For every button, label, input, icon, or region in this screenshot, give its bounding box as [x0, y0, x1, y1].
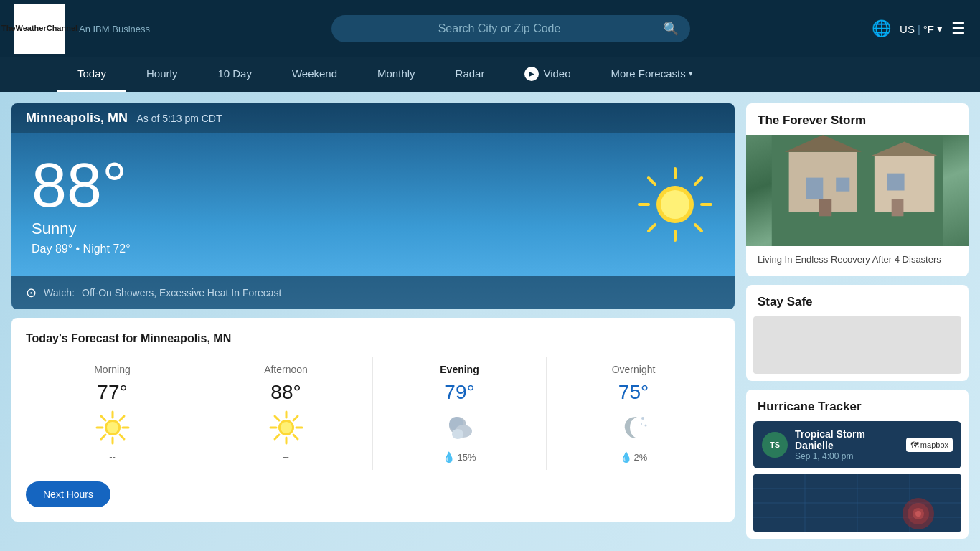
svg-point-36 — [641, 423, 642, 425]
play-icon: ▶ — [524, 67, 539, 81]
svg-line-17 — [101, 435, 105, 439]
forecast-grid: Morning 77° — [26, 357, 720, 470]
stay-safe-title: Stay Safe — [746, 285, 969, 316]
left-panel: Minneapolis, MN As of 5:13 pm CDT 88° Su… — [11, 103, 735, 539]
svg-point-33 — [452, 429, 463, 439]
nav-video[interactable]: ▶ Video — [504, 57, 590, 92]
afternoon-icon — [268, 410, 304, 446]
svg-point-19 — [107, 422, 118, 433]
globe-icon: 🌐 — [872, 19, 891, 38]
svg-point-57 — [915, 511, 921, 517]
city-name: Minneapolis, MN — [26, 110, 128, 125]
search-bar: 🔍 — [164, 15, 857, 42]
story-illustration — [746, 135, 969, 246]
svg-rect-42 — [806, 178, 823, 199]
svg-line-24 — [275, 416, 279, 420]
hurricane-tracker-title: Hurricane Tracker — [746, 390, 969, 421]
drop-icon-overnight: 💧 — [620, 451, 632, 463]
nav: Today Hourly 10 Day Weekend Monthly Rada… — [0, 57, 980, 92]
watch-label: Watch: — [44, 287, 75, 298]
condition: Sunny — [32, 220, 131, 238]
overnight-icon — [616, 410, 651, 446]
stay-safe-image — [753, 316, 961, 374]
period-name-evening: Evening — [382, 364, 537, 375]
story-card[interactable]: The Forever Storm — [746, 103, 969, 276]
nav-more-forecasts[interactable]: More Forecasts ▾ — [591, 57, 713, 92]
nav-weekend[interactable]: Weekend — [272, 57, 357, 92]
ibm-label: An IBM Business — [79, 24, 150, 34]
story-caption: Living In Endless Recovery After 4 Disas… — [746, 246, 969, 276]
hurricane-name: Tropical Storm Danielle — [795, 428, 899, 451]
svg-line-27 — [275, 435, 279, 439]
right-panel: The Forever Storm — [746, 103, 969, 539]
drop-icon-evening: 💧 — [443, 451, 455, 463]
nav-hourly[interactable]: Hourly — [126, 57, 197, 92]
nav-radar[interactable]: Radar — [435, 57, 505, 92]
nav-monthly[interactable]: Monthly — [357, 57, 435, 92]
period-precip-overnight: 💧2% — [555, 451, 712, 463]
hurricane-map-svg — [753, 474, 961, 532]
svg-point-34 — [641, 417, 644, 420]
unit-selector[interactable]: US | °F ▾ — [900, 22, 943, 35]
forecast-title: Today's Forecast for Minneapolis, MN — [26, 332, 720, 345]
svg-rect-45 — [819, 199, 831, 216]
story-title: The Forever Storm — [746, 103, 969, 135]
as-of: As of 5:13 pm CDT — [136, 113, 222, 124]
watch-text: Off-On Showers, Excessive Heat In Foreca… — [82, 287, 281, 298]
svg-line-25 — [293, 435, 298, 439]
forecast-card: Today's Forecast for Minneapolis, MN Mor… — [11, 318, 735, 522]
header-right: 🌐 US | °F ▾ ☰ — [872, 19, 966, 38]
hamburger-menu-icon[interactable]: ☰ — [951, 19, 966, 38]
weather-card: Minneapolis, MN As of 5:13 pm CDT 88° Su… — [11, 103, 735, 309]
hurricane-map — [753, 474, 961, 532]
watch-bar[interactable]: ⊙ Watch: Off-On Showers, Excessive Heat … — [11, 276, 735, 309]
logo[interactable]: The Weather Channel — [14, 4, 65, 54]
svg-line-5 — [695, 225, 702, 231]
period-temp-afternoon: 88° — [208, 381, 364, 404]
weather-body: 88° Sunny Day 89° • Night 72° — [11, 133, 735, 276]
more-forecasts-arrow-icon: ▾ — [689, 69, 693, 78]
svg-line-16 — [120, 416, 124, 420]
day-night-temps: Day 89° • Night 72° — [32, 242, 131, 255]
hurricane-tracker-card: Hurricane Tracker TS Tropical Storm Dani… — [746, 390, 969, 539]
story-image-content — [746, 135, 969, 246]
evening-icon — [442, 410, 478, 446]
svg-rect-44 — [887, 174, 905, 191]
nav-10day[interactable]: 10 Day — [197, 57, 272, 92]
svg-line-6 — [695, 178, 702, 184]
next-hours-button[interactable]: Next Hours — [26, 481, 110, 507]
stay-safe-card: Stay Safe — [746, 285, 969, 381]
period-precip-evening: 💧15% — [382, 451, 537, 463]
period-temp-evening: 79° — [382, 381, 537, 404]
period-overnight: Overnight 75° 💧2% — [547, 357, 720, 470]
hurricane-banner[interactable]: TS Tropical Storm Danielle Sep 1, 4:00 p… — [753, 421, 961, 468]
period-temp-morning: 77° — [34, 381, 190, 404]
big-temperature: 88° — [32, 154, 131, 217]
svg-point-9 — [661, 190, 689, 219]
period-afternoon: Afternoon 88° — [199, 357, 373, 470]
svg-point-29 — [281, 422, 292, 433]
hurricane-date: Sep 1, 4:00 pm — [795, 451, 899, 461]
svg-line-7 — [649, 225, 655, 231]
period-temp-overnight: 75° — [555, 381, 712, 404]
hurricane-info: Tropical Storm Danielle Sep 1, 4:00 pm — [795, 428, 899, 461]
svg-line-14 — [101, 416, 105, 420]
period-name-overnight: Overnight — [555, 364, 712, 375]
search-button[interactable]: 🔍 — [663, 21, 679, 37]
search-container: 🔍 — [331, 15, 690, 42]
nav-today[interactable]: Today — [57, 57, 126, 92]
weather-header: Minneapolis, MN As of 5:13 pm CDT — [11, 103, 735, 133]
mapbox-badge: 🗺 mapbox — [906, 438, 953, 452]
svg-line-15 — [120, 435, 124, 439]
period-evening: Evening 79° 💧15% — [373, 357, 547, 470]
temp-section: 88° Sunny Day 89° • Night 72° — [32, 154, 131, 255]
sun-icon — [636, 165, 715, 244]
story-image — [746, 135, 969, 246]
watch-play-icon: ⊙ — [26, 285, 37, 301]
search-input[interactable] — [343, 22, 656, 35]
tropical-storm-badge: TS — [762, 432, 788, 458]
sun-svg — [636, 165, 715, 244]
period-name-morning: Morning — [34, 364, 190, 375]
svg-line-4 — [649, 178, 655, 184]
main-content: Minneapolis, MN As of 5:13 pm CDT 88° Su… — [0, 92, 980, 550]
